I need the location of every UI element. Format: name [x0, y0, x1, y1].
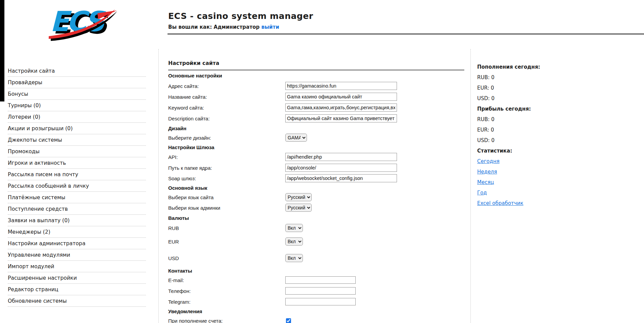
- sidebar-item[interactable]: Акции и розыгрыши (0): [8, 123, 146, 134]
- api-input[interactable]: [285, 153, 397, 161]
- rub-select[interactable]: Вкл: [285, 224, 303, 232]
- content-title: Настройки сайта: [168, 50, 464, 66]
- profit-usd: USD: 0: [477, 135, 579, 145]
- sidebar-item[interactable]: Турниры (0): [8, 100, 146, 111]
- deposit-notify-checkbox[interactable]: [286, 318, 291, 323]
- sidebar-item[interactable]: Поступление средств: [8, 203, 146, 215]
- phone-label: Телефон:: [168, 288, 285, 294]
- sidebar-item[interactable]: Настройки сайта: [8, 65, 146, 77]
- sidebar-item[interactable]: Джекпоты системы: [8, 134, 146, 146]
- form-row-eur: EUR Вкл: [168, 233, 464, 250]
- site-url-input[interactable]: [285, 82, 397, 90]
- stats-period-link[interactable]: Excel обработчик: [477, 200, 523, 206]
- design-select[interactable]: GAMA: [285, 134, 307, 142]
- stats-panel: Пополнения сегодня: RUB: 0 EUR: 0 USD: 0…: [477, 62, 579, 208]
- sidebar-item[interactable]: Управление модулями: [8, 249, 146, 261]
- stats-period-link[interactable]: Неделя: [477, 169, 497, 175]
- form-row-api: API:: [168, 152, 464, 162]
- sidebar-item[interactable]: Бонусы: [8, 88, 146, 100]
- ecs-logo-graphic: ECS ECS: [47, 5, 118, 41]
- description-label: Description сайта:: [168, 116, 285, 121]
- description-input[interactable]: [285, 114, 397, 122]
- sidebar-item[interactable]: Импорт модулей: [8, 261, 146, 272]
- phone-input[interactable]: [285, 287, 356, 295]
- form-row-site-url: Адрес сайта:: [168, 80, 464, 91]
- stats-period-link[interactable]: Месяц: [477, 179, 494, 185]
- sidebar-item[interactable]: Обновление системы: [8, 295, 146, 307]
- sidebar-item[interactable]: Игроки и активность: [8, 157, 146, 169]
- sidebar-item[interactable]: Расширенные настройки: [8, 272, 146, 284]
- sidebar-menu: Настройки сайта Провайдеры Бонусы Турнир…: [8, 65, 146, 307]
- form-row-telegram: Telegram:: [168, 296, 464, 307]
- site-name-input[interactable]: [285, 93, 397, 101]
- site-name-label: Название сайта:: [168, 94, 285, 100]
- site-lang-select[interactable]: Русский: [285, 193, 312, 201]
- eur-select[interactable]: Вкл: [285, 237, 303, 246]
- usd-label: USD: [168, 255, 285, 261]
- form-row-site-lang: Выбери язык сайта Русский: [168, 192, 464, 202]
- sidebar-item[interactable]: Рассылка сообщений в личку: [8, 180, 146, 192]
- email-label: E-mail:: [168, 277, 285, 283]
- deposits-today-title: Пополнения сегодня:: [477, 62, 579, 72]
- admin-lang-label: Выбери язык админки: [168, 205, 285, 211]
- deposits-rub: RUB: 0: [477, 72, 579, 83]
- form-row-keywords: Keyword сайта:: [168, 102, 464, 113]
- form-row-usd: USD Вкл: [168, 250, 464, 267]
- sidebar-item[interactable]: Редактор страниц: [8, 284, 146, 295]
- profit-today-title: Прибыль сегодня:: [477, 103, 579, 114]
- form-row-soap: Soap шлюз:: [168, 173, 464, 183]
- deposits-usd: USD: 0: [477, 93, 579, 103]
- form-row-design: Выберите дизайн: GAMA: [168, 133, 464, 143]
- core-path-label: Путь к папке ядра:: [168, 165, 285, 171]
- telegram-input[interactable]: [285, 298, 356, 305]
- sidebar-item[interactable]: Рассылка писем на почту: [8, 169, 146, 180]
- section-language: Основной язык: [168, 183, 464, 192]
- section-design: Дизайн: [168, 124, 464, 133]
- section-gateway: Настройки Шлюза: [168, 143, 464, 152]
- deposits-eur: EUR: 0: [477, 83, 579, 93]
- eur-label: EUR: [168, 239, 285, 245]
- sidebar-item[interactable]: Менеджеры (2): [8, 226, 146, 238]
- content-left-divider: [158, 49, 159, 323]
- header-rule: [168, 33, 644, 34]
- section-contacts: Контакты: [168, 267, 464, 275]
- keywords-input[interactable]: [285, 103, 397, 112]
- usd-select[interactable]: Вкл: [285, 254, 303, 262]
- sidebar-item[interactable]: Настройки администратора: [8, 238, 146, 249]
- form-row-email: E-mail:: [168, 275, 464, 285]
- left-edge-decoration: [0, 0, 4, 101]
- content-right-divider: [470, 49, 471, 323]
- form-row-deposit-notify: При пополнение счета:: [168, 315, 464, 323]
- telegram-label: Telegram:: [168, 299, 285, 305]
- logout-link[interactable]: выйти: [261, 24, 279, 30]
- sidebar-item[interactable]: Промокоды: [8, 146, 146, 157]
- soap-input[interactable]: [285, 174, 397, 182]
- design-label: Выберите дизайн:: [168, 135, 285, 141]
- core-path-input[interactable]: [285, 164, 397, 172]
- section-basic-settings: Основные настройки: [168, 70, 464, 80]
- section-currencies: Валюты: [168, 213, 464, 223]
- api-label: API:: [168, 154, 285, 160]
- stats-period-link[interactable]: Сегодня: [477, 158, 499, 164]
- soap-label: Soap шлюз:: [168, 176, 285, 181]
- keywords-label: Keyword сайта:: [168, 105, 285, 111]
- admin-lang-select[interactable]: Русский: [285, 204, 312, 212]
- section-notifications: Уведомления: [168, 307, 464, 315]
- sidebar-item[interactable]: Лотереи (0): [8, 111, 146, 123]
- profit-eur: EUR: 0: [477, 124, 579, 135]
- stats-links: Сегодня Неделя Месяц Год Excel обработчи…: [477, 156, 579, 208]
- form-row-site-name: Название сайта:: [168, 91, 464, 102]
- form-row-core-path: Путь к папке ядра:: [168, 162, 464, 173]
- email-input[interactable]: [285, 276, 356, 284]
- statistics-title: Статистика:: [477, 145, 579, 156]
- ecs-logo: ECS ECS: [47, 5, 118, 42]
- sidebar-item[interactable]: Провайдеры: [8, 77, 146, 88]
- sidebar-item[interactable]: Заявки на выплату (0): [8, 215, 146, 226]
- sidebar-item[interactable]: Платёжные системы: [8, 192, 146, 203]
- deposit-notify-label: При пополнение счета:: [168, 318, 285, 323]
- form-row-description: Description сайта:: [168, 113, 464, 124]
- form-row-phone: Телефон:: [168, 285, 464, 296]
- form-row-rub: RUB Вкл: [168, 223, 464, 233]
- profit-rub: RUB: 0: [477, 114, 579, 124]
- stats-period-link[interactable]: Год: [477, 190, 487, 196]
